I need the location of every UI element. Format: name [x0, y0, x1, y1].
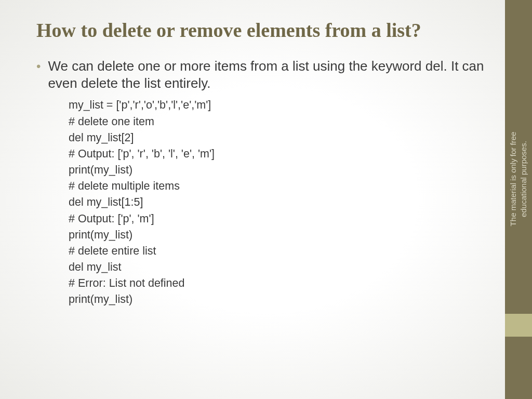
code-line: # delete multiple items [69, 178, 485, 194]
sidebar-text-container: The material is only for free educationa… [505, 0, 532, 399]
code-line: # Output: ['p', 'm'] [69, 211, 485, 227]
slide-title: How to delete or remove elements from a … [36, 19, 485, 42]
code-line: del my_list[1:5] [69, 194, 485, 210]
code-line: # Error: List not defined [69, 275, 485, 291]
bullet-icon: • [36, 59, 41, 74]
code-line: print(my_list) [69, 162, 485, 178]
slide-content: How to delete or remove elements from a … [36, 19, 485, 389]
code-line: my_list = ['p','r','o','b','l','e','m'] [69, 97, 485, 113]
code-line: # Output: ['p', 'r', 'b', 'l', 'e', 'm'] [69, 146, 485, 162]
code-line: del my_list[2] [69, 130, 485, 146]
code-line: print(my_list) [69, 227, 485, 243]
bullet-item: • We can delete one or more items from a… [36, 58, 485, 92]
sidebar-disclaimer-text: The material is only for free educationa… [509, 131, 529, 226]
code-line: del my_list [69, 259, 485, 275]
code-line: # delete entire list [69, 243, 485, 259]
code-line: print(my_list) [69, 291, 485, 308]
code-block: my_list = ['p','r','o','b','l','e','m'] … [69, 97, 485, 308]
code-line: # delete one item [69, 114, 485, 130]
slide: The material is only for free educationa… [0, 0, 532, 399]
bullet-text: We can delete one or more items from a l… [48, 58, 485, 92]
